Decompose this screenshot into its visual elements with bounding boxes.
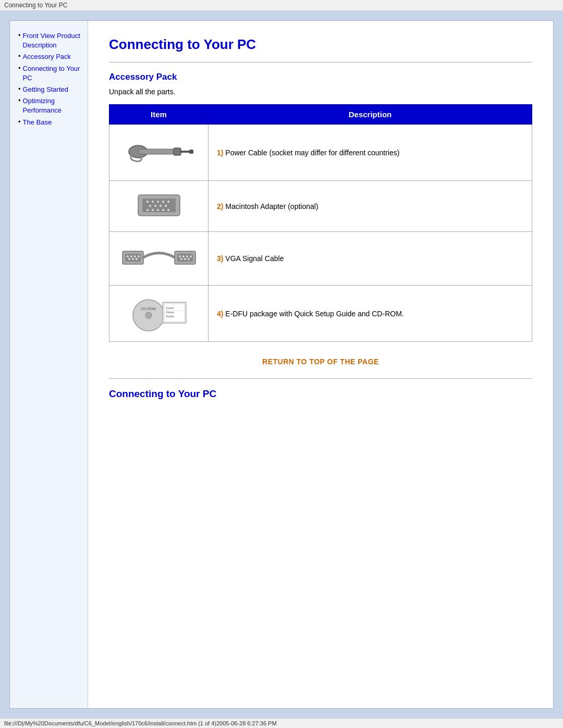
svg-point-32: [179, 255, 181, 257]
main-content: Connecting to Your PC Accessory Pack Unp…: [88, 21, 553, 708]
return-to-top[interactable]: RETURN TO TOP OF THE PAGE: [109, 357, 532, 366]
svg-point-7: [146, 201, 149, 203]
svg-rect-31: [177, 254, 193, 262]
content-area: Front View Product Description Accessory…: [9, 20, 554, 709]
status-bar-text: file:///D|/My%20Documents/dfu/C6_Model/e…: [4, 720, 277, 726]
cdrom-image: CD-ROM Quick Setup Guide: [125, 292, 193, 334]
sidebar-nav: Front View Product Description Accessory…: [18, 31, 81, 127]
svg-point-9: [157, 201, 159, 203]
table-col-desc: Description: [209, 105, 532, 125]
sidebar-link-connecting[interactable]: Connecting to Your PC: [23, 64, 81, 83]
svg-point-17: [152, 209, 154, 211]
item-text-4: E-DFU package with Quick Setup Guide and…: [225, 310, 403, 318]
svg-point-36: [180, 258, 182, 260]
table-cell-desc-3: 3) VGA Signal Cable: [209, 232, 532, 286]
svg-point-37: [184, 258, 186, 260]
top-divider: [109, 62, 532, 63]
svg-point-16: [146, 209, 149, 211]
sidebar-link-base[interactable]: The Base: [23, 118, 52, 127]
svg-point-33: [182, 255, 185, 257]
svg-point-15: [165, 205, 167, 207]
bottom-section-title: Connecting to Your PC: [109, 388, 532, 400]
table-col-item: Item: [109, 105, 209, 125]
item-num-4: 4): [217, 310, 223, 318]
svg-point-38: [188, 258, 190, 260]
item-num-1: 1): [217, 149, 223, 157]
table-row: 1) Power Cable (socket may differ for di…: [109, 125, 532, 181]
table-cell-desc-4: 4) E-DFU package with Quick Setup Guide …: [209, 286, 532, 342]
status-bar: file:///D|/My%20Documents/dfu/C6_Model/e…: [0, 718, 563, 728]
svg-rect-1: [138, 149, 175, 154]
svg-point-29: [136, 258, 138, 260]
svg-point-19: [162, 209, 164, 211]
title-bar: Connecting to Your PC: [0, 0, 563, 11]
svg-point-23: [127, 255, 129, 257]
svg-rect-2: [174, 148, 181, 155]
table-cell-desc-1: 1) Power Cable (socket may differ for di…: [209, 125, 532, 181]
svg-text:Quick: Quick: [166, 306, 174, 310]
svg-point-28: [132, 258, 134, 260]
sidebar-item-front-view[interactable]: Front View Product Description: [18, 31, 81, 50]
table-row: CD-ROM Quick Setup Guide 4): [109, 286, 532, 342]
svg-text:CD-ROM: CD-ROM: [141, 307, 156, 311]
table-cell-image-1: [109, 125, 209, 181]
svg-point-40: [145, 312, 152, 318]
svg-rect-4: [189, 150, 193, 154]
sidebar-item-optimizing[interactable]: Optimizing Performance: [18, 96, 81, 115]
svg-point-26: [138, 255, 140, 257]
item-num-2: 2): [217, 202, 223, 211]
table-cell-image-4: CD-ROM Quick Setup Guide: [109, 286, 209, 342]
sidebar: Front View Product Description Accessory…: [10, 21, 88, 708]
table-cell-image-2: [109, 181, 209, 232]
svg-text:Guide: Guide: [166, 315, 175, 318]
vga-cable-image: [120, 238, 198, 277]
mac-adapter-image: [128, 187, 190, 224]
svg-point-8: [152, 201, 154, 203]
bottom-divider: [109, 378, 532, 379]
svg-point-12: [149, 205, 151, 207]
svg-point-34: [186, 255, 188, 257]
svg-point-25: [134, 255, 136, 257]
svg-point-14: [160, 205, 162, 207]
table-row: 3) VGA Signal Cable: [109, 232, 532, 286]
table-cell-image-3: [109, 232, 209, 286]
table-cell-desc-2: 2) Macintosh Adapter (optional): [209, 181, 532, 232]
item-text-2: Macintosh Adapter (optional): [225, 202, 318, 211]
section-title: Accessory Pack: [109, 72, 532, 82]
intro-text: Unpack all the parts.: [109, 88, 532, 96]
power-cable-image: [123, 131, 195, 172]
table-row: 2) Macintosh Adapter (optional): [109, 181, 532, 232]
sidebar-link-getting-started[interactable]: Getting Started: [23, 85, 68, 94]
table-header-row: Item Description: [109, 105, 532, 125]
sidebar-link-accessory[interactable]: Accessory Pack: [23, 52, 71, 61]
svg-point-20: [167, 209, 169, 211]
accessory-table: Item Description: [109, 104, 532, 342]
sidebar-link-optimizing[interactable]: Optimizing Performance: [23, 96, 81, 115]
item-text-3: VGA Signal Cable: [225, 254, 284, 263]
svg-point-18: [157, 209, 159, 211]
svg-rect-22: [125, 254, 141, 262]
sidebar-item-base[interactable]: The Base: [18, 118, 81, 127]
svg-point-27: [128, 258, 130, 260]
item-num-3: 3): [217, 254, 223, 263]
svg-text:Setup: Setup: [166, 311, 174, 314]
svg-point-13: [154, 205, 156, 207]
sidebar-item-connecting[interactable]: Connecting to Your PC: [18, 64, 81, 83]
page-title: Connecting to Your PC: [109, 36, 532, 53]
svg-point-35: [190, 255, 192, 257]
return-to-top-link[interactable]: RETURN TO TOP OF THE PAGE: [262, 357, 379, 366]
sidebar-item-accessory[interactable]: Accessory Pack: [18, 52, 81, 61]
sidebar-item-getting-started[interactable]: Getting Started: [18, 85, 81, 94]
item-text-1: Power Cable (socket may differ for diffe…: [225, 149, 399, 157]
svg-point-11: [167, 201, 169, 203]
svg-point-10: [162, 201, 164, 203]
svg-point-24: [130, 255, 132, 257]
sidebar-link-front-view[interactable]: Front View Product Description: [23, 31, 81, 50]
title-bar-text: Connecting to Your PC: [4, 2, 67, 9]
